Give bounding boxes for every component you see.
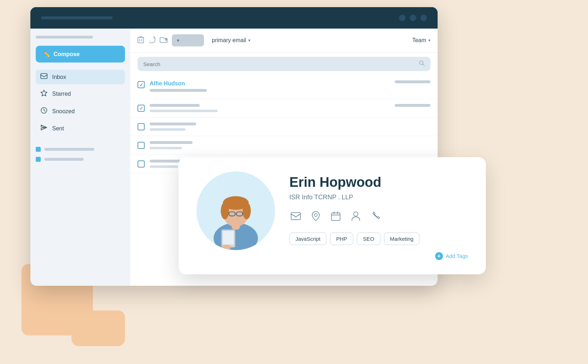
- placeholder-line-1: [44, 148, 94, 151]
- search-icon: [419, 60, 425, 68]
- tags-row: JavaScript PHP SEO Marketing: [289, 233, 468, 245]
- sidebar-placeholders: [36, 147, 125, 162]
- window-control-dot-1: [399, 15, 405, 21]
- email-subject-4: [150, 141, 193, 144]
- calendar-icon[interactable]: [329, 210, 342, 223]
- tags-footer: + Add Tags: [289, 252, 468, 260]
- email-preview-2: [150, 110, 218, 112]
- avatar: [196, 171, 275, 250]
- placeholder-dot-1: [36, 147, 41, 152]
- toolbar-dropdown[interactable]: ▾: [172, 34, 204, 46]
- tag-javascript[interactable]: JavaScript: [289, 233, 327, 245]
- email-subject-1: [150, 89, 207, 92]
- svg-rect-25: [291, 213, 300, 220]
- url-bar: [41, 16, 113, 19]
- person-illustration: [200, 175, 271, 250]
- compose-label: Compose: [54, 51, 80, 58]
- email-checkbox-4[interactable]: [138, 142, 145, 149]
- compose-button[interactable]: ✏️ Compose: [36, 46, 125, 63]
- email-toolbar: ▾ primary email ▾ Team ▾: [130, 29, 438, 53]
- team-chevron: ▾: [428, 38, 430, 43]
- contact-info: Erin Hopwood ISR Info TCRNP . LLP: [289, 171, 468, 260]
- add-tags-label: Add Tags: [446, 253, 468, 259]
- email-time-1: [395, 80, 430, 83]
- contact-card: Erin Hopwood ISR Info TCRNP . LLP: [179, 157, 486, 274]
- email-preview-4: [150, 147, 182, 149]
- sidebar-nav: Inbox Starred: [36, 70, 125, 136]
- sidebar-header-bar: [36, 36, 93, 39]
- email-checkbox-3[interactable]: [138, 123, 145, 130]
- table-row[interactable]: ✓: [130, 99, 438, 118]
- chevron-down-icon: ▾: [177, 38, 179, 43]
- email-content-4: [150, 141, 430, 149]
- inbox-label: Inbox: [52, 74, 66, 80]
- placeholder-dot-2: [36, 157, 41, 162]
- checkmark-icon: ✓: [139, 82, 143, 88]
- team-dropdown[interactable]: Team ▾: [412, 37, 430, 44]
- svg-rect-27: [332, 213, 340, 220]
- svg-line-4: [44, 110, 45, 111]
- add-tags-button[interactable]: + Add Tags: [435, 252, 468, 260]
- table-row[interactable]: ✓ Alfie Hudson: [130, 75, 438, 99]
- email-checkbox-5[interactable]: [138, 160, 145, 168]
- svg-point-17: [221, 202, 229, 219]
- tag-php[interactable]: PHP: [330, 233, 353, 245]
- refresh-icon[interactable]: [148, 36, 155, 45]
- tag-marketing[interactable]: Marketing: [384, 233, 420, 245]
- phone-icon[interactable]: [369, 210, 382, 223]
- email-checkbox-2[interactable]: ✓: [138, 105, 145, 112]
- svg-point-18: [243, 202, 251, 219]
- email-checkbox-1[interactable]: ✓: [138, 81, 145, 88]
- delete-icon[interactable]: [138, 36, 144, 45]
- svg-rect-5: [138, 38, 144, 43]
- email-search-area: [130, 53, 438, 75]
- email-subject-2: [150, 104, 200, 107]
- svg-rect-0: [41, 74, 47, 79]
- team-label: Team: [412, 37, 426, 44]
- folder-icon[interactable]: [160, 36, 168, 45]
- sidebar-item-snoozed[interactable]: Snoozed: [36, 103, 125, 119]
- sidebar-item-inbox[interactable]: Inbox: [36, 70, 125, 84]
- primary-email-dropdown[interactable]: primary email ▾: [212, 37, 250, 44]
- email-time-2: [395, 104, 430, 107]
- placeholder-line-2: [44, 158, 84, 161]
- tag-seo[interactable]: SEO: [357, 233, 380, 245]
- email-preview-5: [150, 165, 178, 168]
- clock-icon: [40, 107, 48, 116]
- inbox-icon: [40, 73, 48, 81]
- email-content-3: [150, 123, 430, 131]
- primary-email-label: primary email: [212, 37, 246, 44]
- sidebar-placeholder-1: [36, 147, 125, 152]
- table-row[interactable]: [130, 136, 438, 155]
- email-contact-icon[interactable]: [289, 210, 302, 223]
- svg-rect-23: [223, 231, 234, 245]
- svg-point-26: [314, 214, 317, 216]
- star-icon: [40, 89, 48, 98]
- svg-rect-20: [236, 212, 243, 216]
- sidebar-item-starred[interactable]: Starred: [36, 86, 125, 102]
- svg-line-12: [423, 64, 425, 66]
- sent-label: Sent: [52, 125, 64, 132]
- bg-decoration-2: [71, 310, 125, 346]
- sidebar-item-sent[interactable]: Sent: [36, 121, 125, 136]
- email-sender-1: Alfie Hudson: [150, 80, 390, 87]
- table-row[interactable]: [130, 118, 438, 136]
- location-icon[interactable]: [309, 210, 322, 223]
- search-input[interactable]: [143, 61, 415, 67]
- search-box[interactable]: [138, 57, 430, 71]
- email-preview-3: [150, 128, 185, 131]
- plus-circle-icon: +: [435, 252, 443, 260]
- contact-company: ISR Info TCRNP . LLP: [289, 194, 468, 201]
- contact-name: Erin Hopwood: [289, 175, 468, 190]
- pencil-icon: ✏️: [43, 51, 50, 58]
- person-icon[interactable]: [349, 210, 362, 223]
- contact-icon-row: [289, 210, 468, 223]
- window-control-dot-2: [410, 15, 416, 21]
- browser-controls: [399, 15, 427, 21]
- email-content-1: Alfie Hudson: [150, 80, 390, 94]
- snoozed-label: Snoozed: [52, 108, 75, 115]
- primary-email-chevron: ▾: [248, 38, 250, 43]
- svg-marker-1: [41, 90, 47, 96]
- browser-titlebar: [30, 7, 438, 29]
- email-subject-3: [150, 123, 196, 125]
